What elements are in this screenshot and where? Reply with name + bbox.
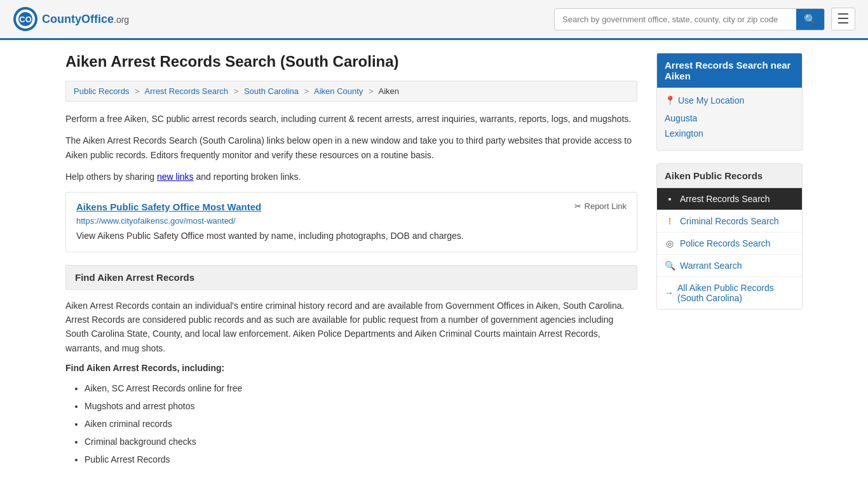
report-link-label: Report Link [585, 201, 627, 211]
description-1: Perform a free Aiken, SC public arrest r… [65, 112, 637, 126]
criminal-records-icon: ! [665, 216, 675, 226]
use-my-location-link[interactable]: 📍 Use My Location [665, 95, 794, 105]
breadcrumb-public-records[interactable]: Public Records [74, 86, 129, 96]
link-result-header: Aikens Public Safety Office Most Wanted … [76, 201, 627, 212]
warrant-search-label: Warrant Search [680, 261, 742, 271]
header-right: 🔍 ☰ [554, 8, 855, 30]
breadcrumb-sep-2: > [234, 86, 239, 96]
use-my-location-label: Use My Location [678, 95, 744, 105]
link-result-block: Aikens Public Safety Office Most Wanted … [65, 192, 637, 252]
list-item: Aiken criminal records [85, 415, 637, 433]
nearby-augusta-link[interactable]: Augusta [665, 112, 794, 125]
search-input[interactable] [555, 10, 796, 29]
report-link-button[interactable]: ✂ Report Link [574, 201, 627, 211]
arrest-records-label: Arrest Records Search [680, 194, 770, 204]
description-3-prefix: Help others by sharing [65, 172, 157, 182]
sidebar-arrest-records-item[interactable]: ▪ Arrest Records Search [657, 188, 802, 210]
find-list-items: Aiken, SC Arrest Records online for free… [65, 379, 637, 468]
breadcrumb-sep-3: > [304, 86, 309, 96]
report-link-icon: ✂ [574, 201, 581, 211]
sidebar: Arrest Records Search near Aiken 📍 Use M… [656, 53, 803, 468]
sidebar-public-records: Aiken Public Records ▪ Arrest Records Se… [656, 163, 803, 309]
sidebar-criminal-records-item[interactable]: ! Criminal Records Search [657, 210, 802, 233]
police-records-icon: ◎ [665, 238, 675, 248]
sidebar-public-records-body: ▪ Arrest Records Search ! Criminal Recor… [657, 188, 802, 309]
link-result-title[interactable]: Aikens Public Safety Office Most Wanted [76, 201, 261, 212]
sidebar-nearby-body: 📍 Use My Location Augusta Lexington [657, 88, 802, 150]
new-links-link[interactable]: new links [157, 172, 194, 182]
breadcrumb-south-carolina[interactable]: South Carolina [244, 86, 299, 96]
all-records-arrow-icon: → [665, 288, 674, 298]
main-content: Aiken Arrest Records Search (South Carol… [65, 53, 637, 468]
arrest-records-icon: ▪ [665, 194, 675, 204]
sidebar-public-records-title: Aiken Public Records [657, 164, 802, 188]
breadcrumb-arrest-records[interactable]: Arrest Records Search [145, 86, 229, 96]
svg-text:CO: CO [19, 15, 32, 24]
criminal-records-label: Criminal Records Search [680, 216, 779, 226]
sidebar-all-records-link[interactable]: → All Aiken Public Records (South Caroli… [657, 277, 802, 309]
search-button[interactable]: 🔍 [796, 9, 824, 30]
logo-text: CountyOffice.org [42, 13, 129, 26]
logo-area: CO CountyOffice.org [13, 6, 129, 32]
link-result-desc: View Aikens Public Safety Office most wa… [76, 229, 627, 243]
sidebar-nearby-title: Arrest Records Search near Aiken [657, 53, 802, 88]
list-item: Criminal background checks [85, 433, 637, 451]
breadcrumb: Public Records > Arrest Records Search >… [65, 81, 637, 102]
list-item: Aiken, SC Arrest Records online for free [85, 379, 637, 397]
menu-button[interactable]: ☰ [831, 8, 855, 30]
description-3: Help others by sharing new links and rep… [65, 170, 637, 184]
find-list-label: Find Aiken Arrest Records, including: [65, 363, 637, 373]
description-3-suffix: and reporting broken links. [194, 172, 301, 182]
logo-icon: CO [13, 6, 38, 32]
breadcrumb-aiken: Aiken [378, 86, 399, 96]
sidebar-warrant-search-item[interactable]: 🔍 Warrant Search [657, 255, 802, 277]
nearby-lexington-link[interactable]: Lexington [665, 127, 794, 140]
police-records-label: Police Records Search [680, 238, 770, 248]
description-2: The Aiken Arrest Records Search (South C… [65, 133, 637, 162]
page-title: Aiken Arrest Records Search (South Carol… [65, 53, 637, 71]
breadcrumb-sep-4: > [369, 86, 374, 96]
all-records-label: All Aiken Public Records (South Carolina… [677, 283, 794, 303]
breadcrumb-sep-1: > [135, 86, 140, 96]
find-section-header: Find Aiken Arrest Records [65, 265, 637, 290]
search-bar: 🔍 [554, 8, 825, 30]
page-container: Aiken Arrest Records Search (South Carol… [53, 40, 815, 481]
sidebar-nearby-section: Arrest Records Search near Aiken 📍 Use M… [656, 53, 803, 151]
warrant-search-icon: 🔍 [665, 261, 675, 271]
list-item: Public Arrest Records [85, 451, 637, 468]
link-result-url[interactable]: https://www.cityofaikensc.gov/most-wante… [76, 216, 627, 226]
find-section-body: Aiken Arrest Records contain an individu… [65, 299, 637, 356]
location-icon: 📍 [665, 95, 675, 105]
sidebar-police-records-item[interactable]: ◎ Police Records Search [657, 233, 802, 255]
list-item: Mugshots and arrest photos [85, 397, 637, 415]
breadcrumb-aiken-county[interactable]: Aiken County [314, 86, 363, 96]
header: CO CountyOffice.org 🔍 ☰ [0, 0, 868, 40]
